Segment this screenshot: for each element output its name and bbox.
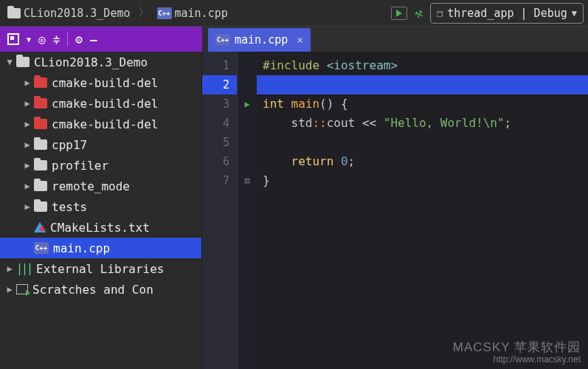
code-line[interactable]: } xyxy=(263,171,588,190)
collapse-icon[interactable]: — xyxy=(90,32,97,46)
code-token: () { xyxy=(319,94,348,114)
code-line[interactable] xyxy=(257,75,588,94)
line-number-gutter: 1234567 xyxy=(202,52,238,369)
code-token: } xyxy=(263,171,270,190)
code-token: cout xyxy=(327,114,362,133)
tree-item[interactable]: ▶cmake-build-del xyxy=(0,72,201,93)
top-right-controls: ⚒ ❐ thread_app | Debug ▼ xyxy=(391,3,584,24)
project-view-icon[interactable] xyxy=(7,33,19,45)
tree-item[interactable]: ▶remote_mode xyxy=(0,176,201,196)
watermark-url: http://www.macsky.net xyxy=(453,355,581,365)
fold-slot xyxy=(238,152,257,171)
gutter-run[interactable]: ▶ xyxy=(238,94,257,114)
chevron-right-icon[interactable]: ▶ xyxy=(4,263,15,274)
project-tool-toolbar: ▼ ◎ ≑ ⚙ — xyxy=(0,27,202,52)
chevron-right-icon[interactable]: ▶ xyxy=(22,139,32,150)
tree-root-label: CLion2018.3_Demo xyxy=(34,55,148,69)
build-icon[interactable]: ⚒ xyxy=(412,4,425,21)
folder-icon xyxy=(16,57,30,67)
fold-slot xyxy=(238,133,257,152)
cpp-file-icon: C++ xyxy=(34,242,49,254)
chevron-down-icon[interactable]: ▼ xyxy=(4,57,15,67)
editor-tab-bar: C++ main.cpp × xyxy=(202,27,588,52)
line-number: 3 xyxy=(202,94,229,114)
chevron-right-icon[interactable]: ▶ xyxy=(22,119,32,129)
tree-item-label: cmake-build-del xyxy=(52,76,159,90)
code-line[interactable] xyxy=(263,133,588,152)
chevron-right-icon[interactable]: ▶ xyxy=(4,284,15,294)
chevron-right-icon[interactable]: ▶ xyxy=(22,160,32,170)
line-number: 7 xyxy=(202,171,229,190)
code-token: :: xyxy=(312,114,326,133)
external-libraries-icon: ||| xyxy=(16,262,32,275)
tree-item[interactable]: ▶cmake-build-del xyxy=(0,93,201,114)
top-nav-bar: CLion2018.3_Demo 〉 C++ main.cpp ⚒ ❐ thre… xyxy=(0,0,588,27)
tree-item[interactable]: CMakeLists.txt xyxy=(0,217,201,238)
tree-item-label: profiler xyxy=(52,159,108,173)
breadcrumb-file-label: main.cpp xyxy=(175,7,228,20)
chevron-down-icon: ▼ xyxy=(572,8,577,18)
line-number: 6 xyxy=(202,152,229,171)
sort-icon[interactable]: ≑ xyxy=(53,32,60,46)
tree-scratches[interactable]: ▶Scratches and Con xyxy=(0,279,201,300)
tree-item[interactable]: ▶tests xyxy=(0,196,201,217)
code-token: std xyxy=(291,114,313,133)
code-token: #include xyxy=(263,56,327,75)
cpp-file-icon: C++ xyxy=(215,34,230,46)
tree-item-label: Scratches and Con xyxy=(32,283,153,297)
code-token: main xyxy=(291,94,320,114)
fold-close-icon[interactable]: ⊡ xyxy=(238,171,257,190)
editor-tab[interactable]: C++ main.cpp × xyxy=(208,28,311,52)
chevron-right-icon[interactable]: ▶ xyxy=(22,181,32,191)
folder-icon xyxy=(34,98,47,108)
editor-area: C++ main.cpp × 1234567 ▶⊡ #include <iost… xyxy=(202,27,588,369)
code-line[interactable]: int main() { xyxy=(263,94,588,114)
line-number: 2 xyxy=(202,75,237,94)
code-token: int xyxy=(263,94,291,114)
tree-external-libs[interactable]: ▶|||External Libraries xyxy=(0,258,201,279)
code-line[interactable]: std::cout << "Hello, World!\n"; xyxy=(263,114,588,133)
code-line[interactable]: return 0; xyxy=(263,152,588,171)
tree-root[interactable]: ▼CLion2018.3_Demo xyxy=(0,52,201,72)
folder-icon xyxy=(7,8,21,18)
code-token: << xyxy=(362,114,384,133)
tree-item-label: cmake-build-del xyxy=(52,117,159,131)
run-gutter-icon[interactable]: ▶ xyxy=(244,99,249,109)
project-tree: ▼CLion2018.3_Demo▶cmake-build-del▶cmake-… xyxy=(0,52,202,369)
chevron-right-icon[interactable]: ▶ xyxy=(22,77,32,88)
fold-slot xyxy=(238,114,257,133)
code-token xyxy=(263,114,291,133)
close-icon[interactable]: × xyxy=(297,34,302,46)
chevron-down-icon[interactable]: ▼ xyxy=(27,35,31,44)
code-editor[interactable]: 1234567 ▶⊡ #include <iostream>int main()… xyxy=(202,52,588,369)
fold-slot xyxy=(238,56,257,75)
tree-item[interactable]: ▶cmake-build-del xyxy=(0,114,201,134)
tree-item-label: External Libraries xyxy=(36,262,164,276)
play-icon xyxy=(396,10,402,17)
code-token: ; xyxy=(505,114,512,133)
tree-item[interactable]: ▶profiler xyxy=(0,155,201,176)
watermark: MACSKY 苹果软件园 http://www.macsky.net xyxy=(453,341,581,365)
editor-tab-label: main.cpp xyxy=(235,33,288,46)
tree-item-label: tests xyxy=(52,200,87,214)
tree-item-label: CMakeLists.txt xyxy=(50,221,150,235)
gear-icon[interactable]: ⚙ xyxy=(75,32,83,46)
tree-item-label: main.cpp xyxy=(53,241,110,255)
code-line[interactable]: #include <iostream> xyxy=(263,56,588,75)
tree-item[interactable]: ▶cpp17 xyxy=(0,134,201,155)
target-icon[interactable]: ◎ xyxy=(38,32,46,46)
line-number: 5 xyxy=(202,133,229,152)
folder-icon xyxy=(34,139,47,150)
run-config-selector[interactable]: ❐ thread_app | Debug ▼ xyxy=(430,3,584,24)
folder-icon xyxy=(34,119,47,129)
chevron-right-icon[interactable]: ▶ xyxy=(22,98,32,108)
chevron-right-icon[interactable]: ▶ xyxy=(22,201,32,212)
code-content[interactable]: #include <iostream>int main() { std::cou… xyxy=(257,52,588,369)
breadcrumb-file[interactable]: C++ main.cpp xyxy=(154,5,231,21)
code-token xyxy=(263,152,291,171)
tree-item[interactable]: C++main.cpp xyxy=(0,238,201,258)
breadcrumb-project-label: CLion2018.3_Demo xyxy=(24,7,131,20)
watermark-title: MACSKY 苹果软件园 xyxy=(453,341,581,355)
breadcrumb-project[interactable]: CLion2018.3_Demo xyxy=(4,5,134,21)
run-button[interactable] xyxy=(391,7,407,20)
